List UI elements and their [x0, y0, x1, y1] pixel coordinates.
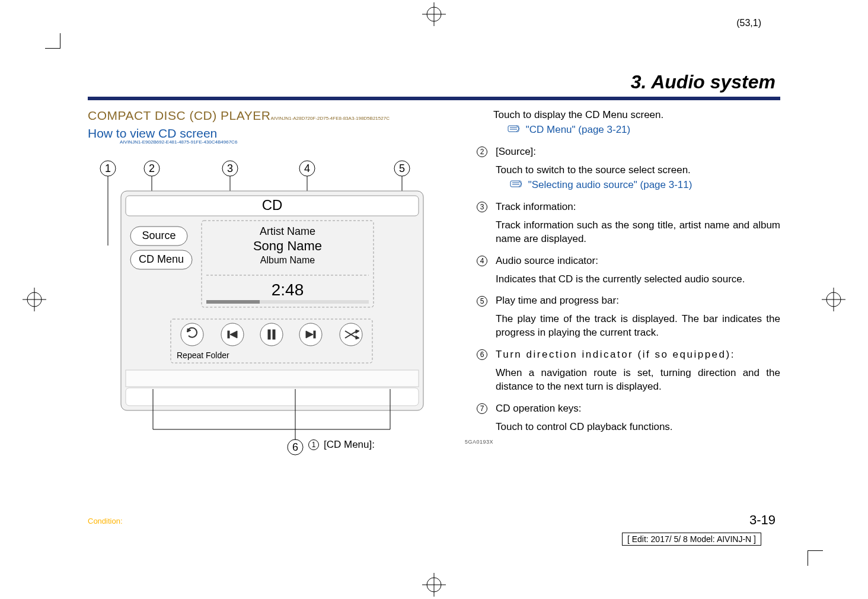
callout-label: [CD Menu]:	[324, 439, 375, 451]
subsection-heading: How to view CD screen AIVINJN1-E902B692-…	[88, 126, 455, 145]
chapter-title: 3. Audio system	[88, 71, 780, 93]
sheet-coordinate: (53,1)	[736, 18, 761, 28]
callout-item-6: 6 Turn direction indicator (if so equipp…	[477, 348, 780, 394]
svg-text:3: 3	[227, 163, 233, 174]
svg-text:1: 1	[105, 163, 111, 174]
svg-text:6: 6	[292, 441, 298, 453]
registration-mark-bottom	[422, 573, 446, 597]
figure-album: Album Name	[260, 255, 315, 265]
subsection-heading-text: How to view CD screen	[88, 126, 217, 140]
callout-label: Audio source indicator:	[496, 254, 780, 268]
svg-rect-45	[268, 330, 270, 339]
registration-mark-left	[23, 288, 46, 311]
callout-label: Turn direction indicator (if so equipped…	[496, 348, 780, 362]
callout-number: 2	[477, 146, 487, 157]
callout-item-5: 5 Play time and progress bar: The play t…	[477, 294, 780, 340]
figure-repeat-label: Repeat Folder	[177, 351, 229, 360]
registration-mark-top	[422, 2, 446, 26]
section-heading-text: COMPACT DISC (CD) PLAYER	[88, 109, 270, 122]
crop-tick	[808, 550, 823, 551]
reference-icon	[510, 179, 523, 192]
callout-description: Touch to switch to the source select scr…	[496, 164, 780, 177]
callout-label: Track information:	[496, 200, 780, 214]
figure-time: 2:48	[272, 281, 304, 299]
callout-item-4: 4 Audio source indicator: Indicates that…	[477, 254, 780, 286]
svg-point-39	[260, 323, 283, 346]
crop-tick	[60, 33, 60, 49]
figure-song: Song Name	[253, 238, 322, 253]
callout-item-3: 3 Track information: Track information s…	[477, 200, 780, 246]
callout-description: Touch to control CD playback functions.	[496, 420, 780, 434]
callout-item-7: 7 CD operation keys: Touch to control CD…	[477, 402, 780, 434]
registration-mark-right	[822, 288, 845, 311]
callout-label: CD operation keys:	[496, 402, 780, 416]
reference-icon	[508, 123, 521, 137]
callout-item-1: 1 [CD Menu]:	[308, 439, 375, 451]
callout-description: Indicates that CD is the currently selec…	[496, 273, 780, 286]
callout-label: Play time and progress bar:	[496, 294, 780, 308]
figure-artist: Artist Name	[260, 225, 315, 237]
svg-text:5: 5	[399, 163, 405, 174]
svg-point-37	[181, 323, 203, 346]
callout-label: [Source]:	[496, 145, 780, 159]
svg-rect-52	[126, 388, 419, 406]
crop-tick	[45, 48, 60, 49]
edit-info-box: [ Edit: 2017/ 5/ 8 Model: AIVINJ-N ]	[622, 533, 761, 546]
svg-rect-44	[228, 331, 229, 338]
callout-number: 1	[308, 439, 319, 450]
svg-text:2: 2	[149, 163, 155, 174]
figure-code: 5GA0193X	[465, 439, 493, 445]
page-number: 3-19	[749, 512, 776, 528]
callout-number: 6	[477, 349, 487, 360]
callout-number: 5	[477, 296, 487, 307]
figure-title-cd: CD	[262, 197, 283, 213]
see-reference: "CD Menu" (page 3-21)	[508, 123, 780, 137]
section-heading: COMPACT DISC (CD) PLAYERAIVINJN1-A28D720…	[88, 109, 455, 123]
section-guid: AIVINJN1-A28D720F-2D75-4FE8-83A3-198D5B2…	[270, 116, 390, 121]
condition-label: Condition:	[88, 517, 123, 525]
callout-number: 3	[477, 202, 487, 212]
see-reference: "Selecting audio source" (page 3-11)	[510, 179, 780, 192]
callout-item-2: 2 [Source]: Touch to switch to the sourc…	[477, 145, 780, 192]
see-link-text[interactable]: "Selecting audio source" (page 3-11)	[528, 179, 693, 190]
svg-rect-48	[314, 331, 315, 338]
crop-tick	[808, 550, 808, 566]
callout-description: Track information such as the song title…	[496, 219, 780, 246]
header-rule	[88, 97, 780, 100]
lead-description: Touch to display the CD Menu screen.	[493, 109, 780, 122]
svg-rect-46	[273, 330, 275, 339]
callout-number: 7	[477, 403, 487, 414]
callout-description: When a navigation route is set, turning …	[496, 367, 780, 394]
see-link-text[interactable]: "CD Menu" (page 3-21)	[526, 124, 630, 135]
subsection-guid: AIVINJN1-E902B692-E481-4875-91FE-430C4B4…	[120, 139, 455, 145]
callout-number: 4	[477, 256, 487, 266]
svg-rect-51	[126, 370, 419, 387]
callout-description: The play time of the track is displayed.…	[496, 313, 780, 340]
svg-rect-35	[206, 300, 260, 304]
figure-source-button: Source	[142, 230, 175, 241]
cd-screen-figure: 1 2 3 4 5	[88, 151, 455, 459]
figure-cdmenu-button: CD Menu	[139, 253, 184, 265]
svg-text:4: 4	[304, 163, 310, 174]
